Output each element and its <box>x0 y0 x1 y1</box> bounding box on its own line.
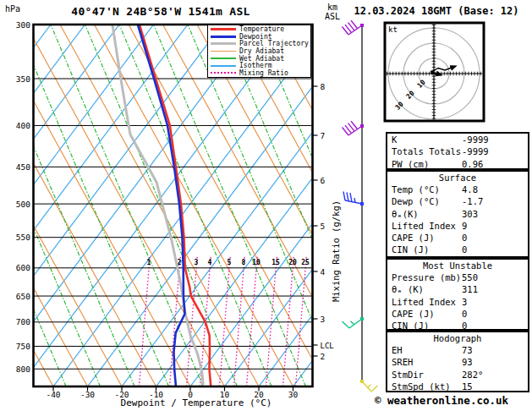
svg-text:4: 4 <box>208 259 212 266</box>
svg-text:4: 4 <box>321 267 326 277</box>
svg-text:30: 30 <box>394 101 405 112</box>
svg-text:5: 5 <box>228 259 232 266</box>
table-row-label: EH <box>392 345 403 355</box>
table-row: CAPE (J)0 <box>387 308 528 320</box>
km-label: km <box>327 3 337 12</box>
table-row: K-9999 <box>387 134 528 145</box>
table-row-value: 0 <box>462 232 467 244</box>
asl-label: ASL <box>325 12 340 21</box>
legend-line-sample <box>211 72 236 74</box>
stats-table: K-9999Totals Totals-9999PW (cm)0.96 <box>386 132 529 170</box>
table-row-value: 9 <box>462 220 467 233</box>
svg-text:500: 500 <box>16 200 30 209</box>
table-row: StmSpd (kt)15 <box>387 381 528 392</box>
table-row-label: CIN (J) <box>392 321 429 331</box>
svg-text:20: 20 <box>288 259 297 266</box>
table-row: Pressure (mb)550 <box>387 271 528 283</box>
table-row: CIN (J)0 <box>387 244 528 255</box>
legend-item: Temperature <box>208 25 310 33</box>
sounding-page: 1234581015202530035040045050055060065070… <box>0 0 532 411</box>
table-row-value: 0 <box>462 244 467 256</box>
wind-barb <box>343 319 363 328</box>
table-row: SREH93 <box>387 356 528 368</box>
svg-text:350: 350 <box>16 74 30 84</box>
legend-item: Wet Adiabat <box>208 55 310 63</box>
legend-label: Temperature <box>239 25 284 33</box>
wind-barb <box>343 20 363 35</box>
table-row-value: 303 <box>462 208 478 221</box>
legend-item: Dewpoint <box>208 33 310 41</box>
wind-barb-column <box>343 20 378 392</box>
stats-table: SurfaceTemp (°C)4.8Dewp (°C)-1.7θₑ(K)303… <box>386 170 529 258</box>
svg-text:7: 7 <box>321 131 326 140</box>
svg-text:750: 750 <box>16 342 30 351</box>
svg-text:800: 800 <box>16 364 30 374</box>
legend: TemperatureDewpointParcel TrajectoryDry … <box>207 25 311 78</box>
table-row-value: 282° <box>462 369 483 381</box>
table-header: Surface <box>387 172 528 184</box>
wind-barb <box>343 121 363 135</box>
svg-text:8: 8 <box>321 82 326 91</box>
table-row: θₑ (K)311 <box>387 283 528 295</box>
svg-text:700: 700 <box>16 317 30 326</box>
legend-item: Mixing Ratio <box>208 69 310 77</box>
svg-text:6: 6 <box>321 176 326 185</box>
svg-text:450: 450 <box>16 162 30 172</box>
svg-text:8: 8 <box>242 259 246 266</box>
legend-item: Dry Adiabat <box>208 47 310 55</box>
table-row-value: 93 <box>462 356 473 369</box>
svg-text:300: 300 <box>16 20 30 30</box>
stats-table: HodographEH73SREH93StmDir282°StmSpd (kt)… <box>386 331 529 392</box>
svg-text:15: 15 <box>271 259 280 266</box>
svg-text:5: 5 <box>321 222 326 231</box>
table-header: Most Unstable <box>387 260 528 271</box>
table-row-label: StmSpd (kt) <box>392 381 451 392</box>
table-row: EH73 <box>387 344 528 356</box>
legend-line-sample <box>211 65 236 67</box>
wind-barb <box>362 381 378 392</box>
table-row: Dewp (°C)-1.7 <box>387 195 528 207</box>
legend-label: Dewpoint <box>239 33 272 41</box>
svg-text:1: 1 <box>147 259 151 266</box>
legend-label: Isotherm <box>239 62 272 69</box>
svg-text:10: 10 <box>252 259 261 266</box>
table-row-value: 0 <box>462 308 467 321</box>
svg-text:3: 3 <box>195 259 199 266</box>
table-row-label: Totals Totals <box>392 146 461 156</box>
hodograph: 102030 <box>385 23 484 121</box>
table-row-value: -9999 <box>462 145 489 158</box>
table-row-label: θₑ(K) <box>392 209 419 219</box>
wind-barb <box>343 192 362 205</box>
svg-text:10: 10 <box>416 79 427 90</box>
page-title: 40°47'N 24B°58'W 1541m ASL <box>34 5 288 18</box>
hodograph-unit-label: kt <box>388 25 398 34</box>
mixing-ratio-axis-title: Mixing Ratio (g/kg) <box>331 167 341 336</box>
svg-text:650: 650 <box>16 292 30 301</box>
table-row-label: CIN (J) <box>392 244 429 255</box>
stats-table: Most UnstablePressure (mb)550θₑ (K)311Li… <box>386 258 529 331</box>
table-row-label: Dewp (°C) <box>392 196 440 206</box>
table-row-label: PW (cm) <box>392 159 429 169</box>
table-row-value: 550 <box>462 271 478 284</box>
table-row-value: -9999 <box>462 134 489 146</box>
table-row-label: Lifted Index <box>392 221 456 231</box>
pressure-axis-unit: hPa <box>5 4 20 14</box>
table-row: Temp (°C)4.8 <box>387 184 528 195</box>
temp-axis-title: Dewpoint / Temperature (°C) <box>120 397 272 408</box>
svg-text:-30: -30 <box>80 390 95 399</box>
table-row-label: θₑ (K) <box>392 284 424 294</box>
svg-text:20: 20 <box>405 90 416 101</box>
legend-line-sample <box>211 51 236 52</box>
altitude-axis-unit: km ASL <box>321 3 343 21</box>
svg-text:LCL: LCL <box>321 342 334 350</box>
table-row-label: K <box>392 134 397 145</box>
legend-label: Mixing Ratio <box>239 69 288 77</box>
svg-text:3: 3 <box>321 315 326 324</box>
svg-text:30: 30 <box>288 390 299 399</box>
table-row-label: Pressure (mb) <box>392 272 461 282</box>
table-row-label: StmDir <box>392 370 424 380</box>
legend-item: Parcel Trajectory <box>208 40 310 47</box>
legend-item: Isotherm <box>208 62 310 69</box>
table-row: PW (cm)0.96 <box>387 158 528 170</box>
svg-text:600: 600 <box>16 263 30 272</box>
